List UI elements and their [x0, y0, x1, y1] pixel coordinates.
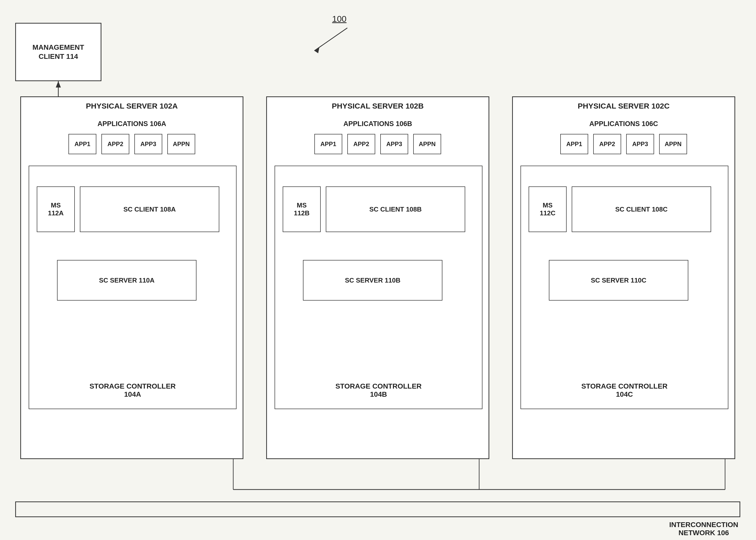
app-c2: APP2 [593, 134, 621, 154]
sc-server-c-label: SC SERVER 110C [591, 276, 646, 284]
server-b-title: PHYSICAL SERVER 102B [267, 102, 488, 110]
app-c1: APP1 [560, 134, 588, 154]
apps-row-b: APP1 APP2 APP3 APPN [314, 134, 441, 154]
physical-server-b: PHYSICAL SERVER 102B APPLICATIONS 106B A… [266, 96, 489, 459]
sc-client-b: SC CLIENT 108B [326, 187, 465, 232]
applications-a-label: APPLICATIONS 106A [21, 120, 243, 128]
storage-controller-c: MS 112C SC CLIENT 108C SC SERVER 110C ST… [520, 166, 728, 409]
management-client-box: MANAGEMENT CLIENT 114 [15, 23, 101, 81]
app-a1: APP1 [68, 134, 96, 154]
svg-line-0 [314, 28, 347, 51]
apps-row-a: APP1 APP2 APP3 APPN [68, 134, 195, 154]
sc-client-c: SC CLIENT 108C [572, 187, 711, 232]
app-b3: APP3 [380, 134, 408, 154]
sc-client-c-label: SC CLIENT 108C [615, 205, 668, 213]
ms-a-line1: MS [51, 202, 61, 209]
applications-b-label: APPLICATIONS 106B [267, 120, 488, 128]
svg-marker-1 [314, 47, 319, 53]
sc-server-b: SC SERVER 110B [303, 260, 442, 301]
storage-controller-a-label: STORAGE CONTROLLER 104A [29, 382, 236, 398]
storage-controller-a: MS 112A SC CLIENT 108A SC SERVER 110A ST… [29, 166, 237, 409]
sc-server-b-label: SC SERVER 110B [345, 276, 400, 284]
ms-b: MS 112B [283, 187, 321, 232]
diagram: MANAGEMENT CLIENT 114 100 PHYSICAL SERVE… [0, 0, 756, 540]
app-a3: APP3 [134, 134, 162, 154]
app-bn: APPN [413, 134, 441, 154]
ms-c-line2: 112C [540, 209, 556, 217]
ms-a: MS 112A [37, 187, 75, 232]
app-a2: APP2 [101, 134, 129, 154]
ms-a-line2: 112A [48, 209, 63, 217]
physical-server-c: PHYSICAL SERVER 102C APPLICATIONS 106C A… [512, 96, 735, 459]
ms-c-line1: MS [543, 202, 553, 209]
app-cn: APPN [659, 134, 687, 154]
physical-server-a: PHYSICAL SERVER 102A APPLICATIONS 106A A… [20, 96, 243, 459]
app-b2: APP2 [347, 134, 375, 154]
sc-server-a-label: SC SERVER 110A [99, 276, 155, 284]
ms-b-line1: MS [297, 202, 307, 209]
server-a-title: PHYSICAL SERVER 102A [21, 102, 243, 110]
applications-c-label: APPLICATIONS 106C [513, 120, 734, 128]
sc-client-a: SC CLIENT 108A [80, 187, 219, 232]
interconnection-label: INTERCONNECTION NETWORK 106 [669, 521, 738, 537]
sc-server-c: SC SERVER 110C [549, 260, 688, 301]
svg-marker-3 [56, 81, 61, 87]
apps-row-c: APP1 APP2 APP3 APPN [560, 134, 687, 154]
sc-client-b-label: SC CLIENT 108B [370, 205, 422, 213]
storage-controller-b: MS 112B SC CLIENT 108B SC SERVER 110B ST… [274, 166, 483, 409]
interconnection-bar [15, 501, 740, 517]
management-client-label: MANAGEMENT CLIENT 114 [33, 43, 84, 62]
storage-controller-c-label: STORAGE CONTROLLER 104C [521, 382, 728, 398]
ms-c: MS 112C [529, 187, 567, 232]
ms-b-line2: 112B [294, 209, 310, 217]
server-c-title: PHYSICAL SERVER 102C [513, 102, 734, 110]
sc-client-a-label: SC CLIENT 108A [124, 205, 176, 213]
app-an: APPN [167, 134, 195, 154]
app-b1: APP1 [314, 134, 342, 154]
reference-100: 100 [332, 14, 347, 24]
sc-server-a: SC SERVER 110A [57, 260, 196, 301]
app-c3: APP3 [626, 134, 654, 154]
storage-controller-b-label: STORAGE CONTROLLER 104B [275, 382, 482, 398]
